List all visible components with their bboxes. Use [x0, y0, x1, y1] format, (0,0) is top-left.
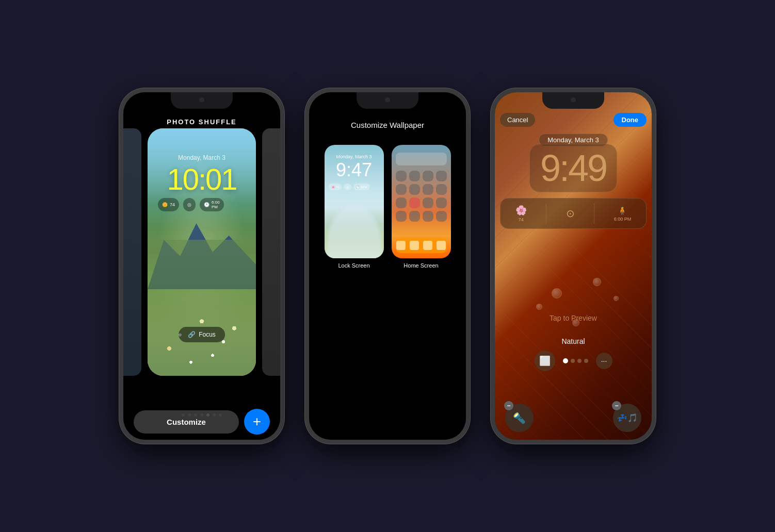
dock-icon-1	[396, 241, 406, 250]
customize-wallpaper-title: Customize Wallpaper	[351, 121, 424, 129]
done-button[interactable]: Done	[613, 113, 647, 127]
ring-icon: ◎	[187, 202, 191, 207]
flashlight-button[interactable]: − 🔦	[505, 404, 534, 432]
app-icon-10	[409, 197, 420, 208]
p3-widget-time: 6:00 PM	[614, 217, 632, 222]
app-icon-9	[396, 197, 407, 208]
raindrop-4	[613, 296, 619, 301]
wallpaper-card[interactable]: Monday, March 3 10:01 🌼 74 ◎ 🕐 6:00PM 🔗 …	[148, 128, 256, 376]
power-button[interactable]	[283, 170, 284, 211]
home-screen-thumb[interactable]	[392, 145, 451, 258]
app-icon-15	[423, 211, 433, 222]
filter-dots	[563, 358, 588, 363]
app-icon-16	[436, 211, 447, 222]
add-button[interactable]: +	[244, 409, 270, 435]
volume-up-button[interactable]	[119, 154, 120, 180]
phone3-volume-down[interactable]	[491, 188, 492, 213]
filter-dot-4[interactable]	[584, 359, 588, 363]
dock-icon-4	[437, 241, 446, 250]
home-screen-preview[interactable]: Home Screen	[392, 145, 451, 269]
focus-label: Focus	[199, 331, 216, 338]
app-icon-2	[409, 171, 420, 181]
widget-divider-1	[546, 203, 546, 224]
lock-screen-thumb[interactable]: Monday, March 3 9:47 🌸 74 ◎ 🕐 6PM	[325, 145, 384, 258]
hs-app-grid	[396, 171, 447, 222]
phone-3: Cancel Done Monday, March 3 9:49 🌸 74 ⊙ …	[491, 88, 656, 444]
phone3-power[interactable]	[655, 170, 656, 211]
customize-bar: Customize +	[134, 409, 270, 435]
lock-screen-preview[interactable]: Monday, March 3 9:47 🌸 74 ◎ 🕐 6PM	[325, 145, 384, 269]
winter-tree-bg	[325, 202, 384, 258]
app-icon-1	[396, 171, 407, 181]
p3-time-widget: 🧍 6:00 PM	[614, 206, 632, 222]
app-icon-11	[423, 197, 433, 208]
p3-temp: 74	[519, 217, 524, 222]
phone2-power[interactable]	[469, 170, 470, 211]
ls-widget-3: 🕐 6PM	[353, 184, 369, 190]
filter-dot-active[interactable]	[563, 358, 568, 363]
time-icon: 🕐	[204, 202, 209, 207]
app-icon-7	[423, 184, 433, 195]
app-icon-6	[409, 184, 420, 195]
raindrop-3	[593, 278, 601, 286]
phone3-screen: Cancel Done Monday, March 3 9:49 🌸 74 ⊙ …	[495, 92, 652, 440]
filter-square-icon: ⬜	[539, 355, 551, 367]
filter-row: ⬜ ···	[495, 351, 652, 371]
app-icon-8	[436, 184, 447, 195]
left-wallpaper-panel	[123, 128, 141, 376]
temp-value: 74	[170, 202, 175, 207]
phone2-volume-down[interactable]	[305, 188, 306, 213]
p3-widgets-row[interactable]: 🌸 74 ⊙ 🧍 6:00 PM	[500, 198, 647, 229]
plus-icon: +	[253, 413, 261, 430]
ls-w3-icon: 🕐	[356, 185, 360, 189]
phone1-screen: PHOTO SHUFFLE Monday, March 3 10:01 🌼 74…	[123, 92, 280, 440]
time-value: 6:00PM	[212, 200, 220, 209]
ls-w1-icon: 🌸	[331, 185, 335, 189]
filter-dot-2[interactable]	[571, 359, 575, 363]
filter-dot-3[interactable]	[577, 359, 582, 363]
ring-circle-icon: ⊙	[566, 207, 575, 220]
lock-date-1: Monday, March 3	[148, 154, 256, 161]
weather-flower-icon: 🌸	[515, 205, 527, 216]
app-icon-13	[396, 211, 407, 222]
app-icon-3	[423, 171, 433, 181]
p3-weather-widget: 🌸 74	[515, 205, 527, 222]
p3-bottom-tools: − 🔦 − 💤🎵	[505, 404, 641, 432]
natural-label: Natural	[495, 337, 652, 345]
customize-button[interactable]: Customize	[134, 410, 239, 434]
ls-w3-text: 6PM	[361, 186, 367, 189]
phone3-volume-up[interactable]	[491, 154, 492, 180]
person-icon: 🧍	[617, 206, 627, 215]
app-icon-12	[436, 197, 447, 208]
more-button[interactable]: ···	[596, 353, 612, 369]
hs-widget-bar	[396, 153, 447, 165]
raindrop-2	[536, 304, 542, 310]
ls-date: Monday, March 3	[325, 154, 384, 159]
p3-time-pill: 9:49	[529, 144, 617, 192]
dock-icon-2	[410, 241, 419, 250]
ls-w1-text: 74	[336, 186, 340, 189]
lock-screen-label: Lock Screen	[338, 262, 369, 269]
filter-icon-btn[interactable]: ⬜	[535, 351, 555, 371]
cancel-button[interactable]: Cancel	[500, 113, 535, 127]
sleep-music-button[interactable]: − 💤🎵	[613, 404, 641, 432]
sleep-minus-icon: −	[612, 401, 621, 410]
tap-to-preview[interactable]: Tap to Preview	[495, 314, 652, 322]
focus-button[interactable]: 🔗 Focus	[179, 327, 225, 342]
lock-time-1: 10:01	[148, 162, 256, 196]
phone2-screen: Customize Wallpaper Monday, March 3 9:47…	[309, 92, 466, 440]
p3-time[interactable]: 9:49	[495, 144, 652, 192]
more-dots-icon: ···	[601, 357, 607, 365]
ls-widget-2: ◎	[344, 184, 351, 190]
ls-widgets: 🌸 74 ◎ 🕐 6PM	[329, 184, 380, 190]
volume-down-button[interactable]	[119, 188, 120, 213]
dock-icon-3	[423, 241, 432, 250]
phone2-volume-up[interactable]	[305, 154, 306, 180]
home-screen-label: Home Screen	[403, 262, 438, 269]
flashlight-icon: 🔦	[513, 412, 526, 424]
ls-widget-1: 🌸 74	[329, 184, 342, 190]
raindrop-1	[552, 288, 562, 298]
photo-shuffle-label: PHOTO SHUFFLE	[123, 118, 280, 126]
weather-widget: 🌼 74	[158, 198, 179, 211]
time-widget: 🕐 6:00PM	[200, 198, 224, 211]
